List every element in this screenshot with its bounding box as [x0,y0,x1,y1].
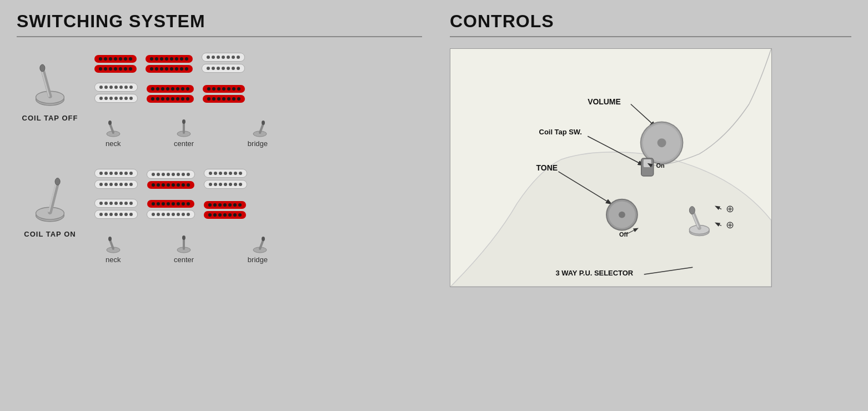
off-label-text: Off [619,231,628,238]
svg-point-10 [182,119,185,124]
off-neck-label-group: neck [94,118,147,148]
off-bridge-pair2 [203,85,245,103]
on-neck-pair2 [94,199,138,219]
on-bridge-pair2 [204,201,246,219]
controls-panel: CONTROLS VOLUME Coil Tap SW. TON [439,11,851,400]
svg-point-27 [262,237,265,241]
off-center-switch-icon [176,118,192,137]
off-neck-coil2-top [94,83,138,92]
on-bridge-pair1 [204,169,247,189]
controls-diagram: VOLUME Coil Tap SW. TONE [450,48,772,287]
on-neck-pair1 [94,169,138,189]
off-bridge-coil1-top [202,53,245,62]
coil-on-row2 [94,199,273,219]
coil-tap-on-section: COIL TAP ON [17,164,422,264]
on-center-coil2-bot [147,210,195,219]
coil-on-pickups: neck center [94,169,273,264]
toggle-on-area: COIL TAP ON [17,170,83,238]
on-neck-label-group: neck [94,234,147,264]
on-neck-switch-icon [106,234,121,253]
off-center-label-group: center [156,118,212,148]
coil-on-row1 [94,169,273,189]
on-center-switch-icon [176,234,192,253]
toggle-off-area: COIL TAP OFF [17,54,83,122]
off-bridge-label-group: bridge [220,118,273,148]
svg-point-37 [619,212,625,218]
on-center-coil1-top [147,170,195,179]
off-neck-coil2-bot [94,94,138,103]
off-center-coil1-bot [145,65,193,73]
off-bridge-label: bridge [248,139,268,148]
on-neck-coil1-bot [94,180,138,189]
tone-label-text: TONE [536,163,558,172]
on-center-label: center [174,255,194,264]
svg-point-18 [55,178,60,186]
off-neck-coil1-bot [94,65,137,73]
on-bridge-label: bridge [248,255,268,264]
off-center-coil2-top [147,85,194,93]
on-center-pair2 [147,200,195,219]
switching-content: COIL TAP OFF [17,48,422,264]
coil-tap-on-label: COIL TAP ON [24,230,76,238]
volume-label-text: VOLUME [588,97,621,106]
on-neck-label: neck [106,255,121,264]
on-bridge-coil2-top [204,201,246,209]
coil-off-pickups: neck center [94,53,273,148]
on-center-pair1 [147,170,195,189]
off-center-coil2-bot [147,95,194,103]
off-center-pair1 [145,55,193,73]
on-position-labels: neck center [94,234,273,264]
on-center-label-group: center [156,234,212,264]
off-bridge-coil1-bot [202,64,245,73]
off-neck-pair2 [94,83,138,103]
off-center-coil1-top [145,55,193,63]
off-center-label: center [174,139,194,148]
coil-tap-off-section: COIL TAP OFF [17,48,422,148]
plus2-icon: ⊕ [726,219,734,230]
on-neck-coil1-top [94,169,138,178]
off-center-pair2 [147,85,194,103]
plus1-icon: ⊕ [726,203,734,214]
svg-point-46 [689,207,695,214]
coil-tap-label-text: Coil Tap SW. [539,128,582,136]
coil-off-row1 [94,53,273,73]
right-divider [450,36,851,37]
off-neck-coil1-top [94,55,137,63]
svg-point-4 [40,64,45,72]
toggle-on-icon [31,170,69,225]
on-center-coil2-top [147,200,194,208]
on-bridge-coil2-bot [204,211,246,219]
on-neck-coil2-bot [94,210,138,219]
svg-point-13 [262,121,265,125]
controls-title: CONTROLS [450,11,851,32]
off-bridge-coil2-top [203,85,245,93]
on-label-text: On [656,162,665,169]
svg-point-7 [108,121,112,125]
off-bridge-switch-icon [252,118,268,137]
svg-rect-39 [644,159,651,167]
on-bridge-switch-icon [252,234,268,253]
svg-point-34 [658,138,666,147]
coil-off-row2 [94,83,273,103]
on-bridge-coil1-bot [204,180,247,189]
on-center-coil1-bot [147,181,194,189]
left-divider [17,36,422,37]
off-neck-switch-icon [106,118,121,137]
coil-tap-off-label: COIL TAP OFF [22,114,78,122]
switching-system-title: SWITCHING SYSTEM [17,11,422,32]
controls-svg: VOLUME Coil Tap SW. TONE [450,49,771,287]
svg-point-21 [108,237,112,241]
on-bridge-coil1-top [204,169,247,178]
switching-system-panel: SWITCHING SYSTEM [17,11,439,400]
off-neck-label: neck [106,139,121,148]
toggle-off-icon [31,54,69,109]
on-bridge-label-group: bridge [220,234,273,264]
off-neck-pair1 [94,55,137,73]
svg-point-24 [182,235,185,240]
off-bridge-pair1 [202,53,245,73]
off-bridge-coil2-bot [203,95,245,103]
selector-label-text: 3 WAY P.U. SELECTOR [555,269,633,277]
on-neck-coil2-top [94,199,138,208]
off-position-labels: neck center [94,118,273,148]
